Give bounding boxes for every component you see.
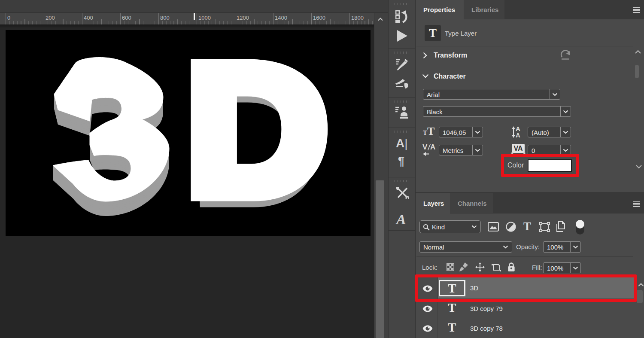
svg-text:A: A (430, 143, 435, 151)
svg-text:A: A (516, 131, 520, 138)
svg-text:V: V (422, 143, 428, 151)
